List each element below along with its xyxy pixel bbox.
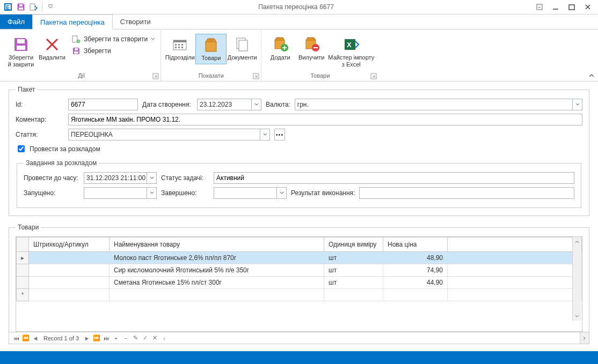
nav-next-page-icon[interactable]: ⏩	[93, 335, 100, 341]
nav-edit-icon[interactable]: ✎	[132, 335, 139, 341]
save-close-button[interactable]: Зберегти й закрити	[5, 34, 37, 70]
show-launcher[interactable]	[253, 73, 259, 79]
svg-rect-24	[206, 42, 216, 51]
minimize-icon[interactable]	[552, 3, 559, 11]
save-icon[interactable]	[15, 1, 27, 13]
chevron-down-icon[interactable]	[572, 99, 582, 110]
comment-field[interactable]	[68, 114, 582, 125]
finished-combo[interactable]	[214, 187, 287, 199]
schedule-checkbox[interactable]	[18, 145, 25, 152]
ribbon-group-goods: Додати Вилучити X Майстер імпорту з Exce…	[261, 31, 378, 81]
chevron-down-icon[interactable]	[260, 129, 269, 140]
col-barcode[interactable]: Штрихкод/Артикул	[29, 237, 110, 252]
col-filler	[448, 237, 582, 252]
quick-access-toolbar: E	[2, 1, 56, 13]
app-icon[interactable]: E	[2, 1, 14, 13]
chevron-down-icon[interactable]	[147, 188, 156, 198]
id-field[interactable]	[68, 99, 138, 110]
id-label: Id:	[16, 101, 64, 108]
save-close-icon	[12, 36, 30, 53]
save-new-small-icon	[72, 35, 81, 43]
nav-cancel-icon[interactable]: ✕	[151, 335, 158, 341]
status-field[interactable]	[214, 172, 574, 184]
packet-legend: Пакет	[16, 86, 37, 93]
ribbon: Зберегти й закрити Видалити Зберегти та …	[0, 29, 598, 81]
tab-create[interactable]: Створити	[113, 14, 158, 29]
status-label: Статус задачі:	[161, 174, 209, 182]
add-button[interactable]: Додати	[265, 34, 296, 63]
ribbon-expand-icon[interactable]	[536, 3, 543, 11]
ribbon-collapse-icon[interactable]	[588, 72, 595, 79]
save-and-new-button[interactable]: Зберегти та створити	[70, 34, 157, 44]
goods-button[interactable]: Товари	[195, 34, 227, 64]
save-new-icon[interactable]	[28, 1, 40, 13]
remove-button[interactable]: Вилучити	[296, 34, 327, 63]
grid-navigator: ⏮ ⏪ ◄ Record 1 of 3 ► ⏩ ⏭ + − ✎ ✓ ✕ ‹	[9, 332, 589, 344]
table-row[interactable]: Сир кисломолочний Яготинський 5% п/е 350…	[17, 264, 582, 277]
svg-rect-8	[569, 5, 574, 10]
schedule-legend: Завдання за розкладом	[24, 159, 99, 167]
svg-text:E: E	[6, 4, 10, 11]
nav-first-icon[interactable]: ⏮	[12, 335, 20, 341]
svg-rect-10	[17, 39, 25, 43]
vertical-scrollbar[interactable]	[572, 237, 581, 321]
scroll-up-icon[interactable]	[573, 237, 581, 246]
tab-file[interactable]: Файл	[0, 14, 32, 29]
close-icon[interactable]	[584, 3, 592, 11]
nav-commit-icon[interactable]: ✓	[141, 335, 149, 341]
chevron-down-icon[interactable]	[276, 188, 286, 198]
new-row[interactable]: *	[17, 289, 582, 301]
goods-grid[interactable]: Штрихкод/Артикул Найменування товару Оди…	[16, 236, 582, 332]
table-row[interactable]: ▸ Молоко паст Яготинське 2,6% пл/пл 870г…	[17, 252, 582, 264]
content-area: Пакет Id: Дата створення: 23.12.2023 Вал…	[0, 81, 598, 344]
save-button[interactable]: Зберегти	[70, 46, 157, 56]
import-excel-button[interactable]: X Майстер імпорту з Excel	[327, 34, 375, 70]
ribbon-group-show-label: Показати	[162, 71, 260, 81]
col-unit[interactable]: Одиниця виміру	[324, 237, 383, 252]
record-counter: Record 1 of 3	[43, 335, 79, 341]
scroll-right-icon[interactable]	[580, 332, 589, 344]
nav-delete-icon[interactable]: −	[122, 335, 129, 341]
row-indicator-header	[17, 237, 29, 252]
svg-rect-11	[72, 36, 77, 42]
nav-prev-page-icon[interactable]: ⏪	[22, 335, 30, 341]
nav-next-icon[interactable]: ►	[83, 335, 91, 341]
packet-group: Пакет Id: Дата створення: 23.12.2023 Вал…	[9, 86, 589, 216]
documents-icon	[234, 36, 251, 53]
comment-label: Коментар:	[16, 116, 64, 123]
nav-filter-icon[interactable]: ‹	[161, 335, 168, 341]
currency-combo[interactable]: грн.	[295, 99, 582, 110]
started-combo[interactable]	[84, 187, 157, 199]
table-row[interactable]: Сметана Яготинське 15% пл/ст 300г шт 44,…	[17, 277, 582, 289]
maximize-icon[interactable]	[568, 3, 575, 11]
run-before-combo[interactable]: 31.12.2023 21:11:00	[84, 172, 157, 184]
divisions-button[interactable]: Підрозділи	[164, 34, 195, 63]
chevron-down-icon[interactable]	[147, 173, 156, 183]
actions-launcher[interactable]	[152, 73, 159, 79]
delete-button[interactable]: Видалити	[37, 34, 68, 63]
svg-rect-19	[178, 44, 180, 46]
svg-rect-9	[17, 46, 25, 50]
chevron-down-icon[interactable]	[251, 99, 261, 110]
nav-add-icon[interactable]: +	[112, 335, 120, 341]
scroll-down-icon[interactable]	[573, 311, 581, 321]
date-created-combo[interactable]: 23.12.2023	[197, 99, 261, 110]
svg-rect-18	[175, 44, 177, 46]
result-field[interactable]	[359, 187, 574, 199]
date-created-label: Дата створення:	[142, 101, 193, 108]
schedule-group: Завдання за розкладом Провести до часу: …	[17, 159, 581, 208]
nav-last-icon[interactable]: ⏭	[103, 335, 110, 341]
col-name[interactable]: Найменування товару	[110, 237, 324, 252]
goods-launcher[interactable]	[370, 73, 377, 79]
schedule-checkbox-label: Провести за розкладом	[30, 145, 100, 153]
qat-dropdown-icon[interactable]	[45, 1, 56, 13]
title-bar: E Пакетна переоцінка 6677	[0, 0, 598, 14]
tab-batch-revaluation[interactable]: Пакетна переоцінка	[32, 14, 113, 29]
nav-prev-icon[interactable]: ◄	[32, 335, 39, 341]
col-price[interactable]: Нова ціна	[383, 237, 448, 252]
article-ellipsis-button[interactable]: •••	[274, 129, 285, 140]
run-before-label: Провести до часу:	[24, 174, 79, 182]
documents-button[interactable]: Документи	[227, 34, 258, 63]
article-combo[interactable]: ПЕРЕОЦІНКА	[68, 129, 270, 140]
svg-rect-17	[173, 40, 186, 42]
